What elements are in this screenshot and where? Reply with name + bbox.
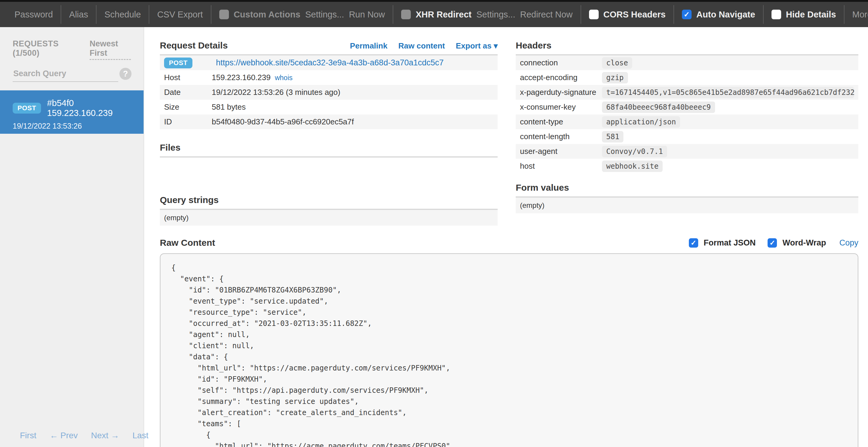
whois-link[interactable]: whois (275, 74, 292, 82)
nav-csv-export[interactable]: CSV Export (157, 10, 203, 20)
table-row: Date 19/12/2022 13:53:26 (3 minutes ago) (160, 85, 498, 100)
table-row: ID b54f0480-9d37-44b5-a96f-cc6920ec5a7f (160, 114, 498, 129)
query-strings-title: Query strings (160, 195, 219, 205)
format-json-checkbox[interactable] (689, 238, 698, 248)
search-input[interactable] (13, 67, 118, 82)
table-row: x-consumer-key 68fa40beeec968fa40beeec9 (516, 100, 858, 114)
method-badge: POST (164, 58, 192, 68)
more-dropdown[interactable]: More ▾ (852, 9, 868, 20)
header-name: content-length (520, 132, 602, 141)
xhr-redirect-settings-link[interactable]: Settings... (476, 10, 515, 20)
help-icon[interactable]: ? (119, 68, 131, 80)
date-value: 19/12/2022 13:53:26 (3 minutes ago) (212, 88, 340, 97)
header-value: application/json (602, 116, 680, 128)
nav-divider (149, 5, 149, 24)
size-value: 581 bytes (212, 102, 246, 112)
form-values-title: Form values (516, 182, 569, 193)
nav-schedule[interactable]: Schedule (104, 10, 141, 20)
header-name: host (520, 162, 602, 171)
permalink-link[interactable]: Permalink (350, 41, 387, 50)
headers-title: Headers (516, 40, 551, 50)
query-strings-section-header: Query strings (160, 195, 498, 210)
main-content: Request Details Permalink Raw content Ex… (144, 27, 868, 447)
header-name: x-consumer-key (520, 102, 602, 112)
host-value: 159.223.160.239 (212, 73, 271, 82)
table-row: Size 581 bytes (160, 100, 498, 114)
table-row: Host 159.223.160.239whois (160, 70, 498, 85)
format-json-label: Format JSON (704, 238, 756, 248)
custom-actions-settings-link[interactable]: Settings... (305, 10, 344, 20)
nav-password[interactable]: Password (14, 10, 53, 20)
row-label: Host (164, 73, 212, 82)
request-id-value: b54f0480-9d37-44b5-a96f-cc6920ec5a7f (212, 117, 354, 127)
request-details-table: POST https://webhook.site/5cedac32-3e9a-… (160, 56, 498, 129)
pagination: First ← Prev Next → Last (0, 431, 144, 440)
xhr-redirect-checkbox[interactable] (401, 10, 411, 19)
raw-content-title: Raw Content (160, 238, 215, 248)
row-label: ID (164, 117, 212, 127)
nav-divider (393, 5, 393, 24)
table-row: connection close (516, 56, 858, 70)
header-name: x-pagerduty-signature (520, 88, 602, 97)
method-badge: POST (13, 103, 41, 113)
custom-actions-checkbox[interactable] (219, 10, 229, 19)
row-label: Size (164, 102, 212, 112)
header-name: accept-encoding (520, 73, 602, 82)
header-value: 581 (602, 131, 623, 142)
copy-link[interactable]: Copy (839, 238, 858, 248)
hide-details-checkbox[interactable] (772, 10, 781, 19)
custom-actions-run-now-link[interactable]: Run Now (349, 10, 385, 20)
top-navbar: Password Alias Schedule CSV Export Custo… (0, 2, 868, 27)
sort-order-toggle[interactable]: Newest First (90, 39, 131, 60)
request-details-section: Request Details Permalink Raw content Ex… (160, 40, 498, 226)
request-list-item-selected[interactable]: POST #b54f0 159.223.160.239 19/12/2022 1… (0, 90, 144, 134)
cors-headers-label: CORS Headers (603, 10, 665, 20)
files-title: Files (160, 142, 180, 153)
nav-divider (581, 5, 581, 24)
pagination-next[interactable]: Next → (91, 431, 119, 440)
raw-content-body[interactable]: { "event": { "id": "01BRB6ZP4M6T8ZG4X6BP… (160, 253, 858, 447)
word-wrap-checkbox[interactable] (768, 238, 777, 248)
table-row: accept-encoding gzip (516, 70, 858, 85)
hide-details-label: Hide Details (786, 10, 836, 20)
nav-divider (674, 5, 674, 24)
pagination-first[interactable]: First (20, 431, 36, 440)
nav-divider (96, 5, 96, 24)
nav-divider (844, 5, 844, 24)
nav-alias[interactable]: Alias (69, 10, 88, 20)
header-name: user-agent (520, 147, 602, 156)
files-section-header: Files (160, 142, 498, 158)
header-value: close (602, 57, 632, 69)
cors-headers-checkbox[interactable] (589, 10, 599, 19)
table-row: content-type application/json (516, 114, 858, 129)
table-row: x-pagerduty-signature t=1671454405,v1=05… (516, 85, 858, 100)
table-row: host webhook.site (516, 159, 858, 173)
request-url-link[interactable]: https://webhook.site/5cedac32-3e9a-4a3b-… (216, 58, 444, 67)
request-item-timestamp: 19/12/2022 13:53:26 (13, 122, 134, 130)
headers-table: connection close accept-encoding gzip x-… (516, 56, 858, 173)
requests-count-label: REQUESTS (1/500) (13, 39, 77, 58)
header-value: Convoy/v0.7.1 (602, 146, 667, 157)
nav-divider (763, 5, 764, 24)
headers-section: Headers connection close accept-encoding… (516, 40, 858, 213)
table-row: content-length 581 (516, 129, 858, 144)
request-details-title: Request Details (160, 40, 228, 50)
header-value: webhook.site (602, 161, 662, 172)
table-row: user-agent Convoy/v0.7.1 (516, 144, 858, 159)
request-item-title: #b54f0 159.223.160.239 (47, 98, 134, 118)
form-values-section-header: Form values (516, 182, 858, 198)
auto-navigate-label: Auto Navigate (696, 10, 755, 20)
header-name: content-type (520, 117, 602, 127)
export-as-dropdown[interactable]: Export as ▾ (456, 41, 498, 50)
header-value: gzip (602, 72, 628, 83)
pagination-last[interactable]: Last (132, 431, 148, 440)
row-label: Date (164, 88, 212, 97)
xhr-redirect-label: XHR Redirect (415, 10, 471, 20)
pagination-prev[interactable]: ← Prev (50, 431, 78, 440)
xhr-redirect-now-link[interactable]: Redirect Now (520, 10, 572, 20)
raw-content-link[interactable]: Raw content (398, 41, 445, 50)
form-values-empty: (empty) (516, 198, 858, 213)
table-row: POST https://webhook.site/5cedac32-3e9a-… (160, 56, 498, 70)
auto-navigate-checkbox[interactable] (682, 10, 691, 19)
header-name: connection (520, 58, 602, 67)
